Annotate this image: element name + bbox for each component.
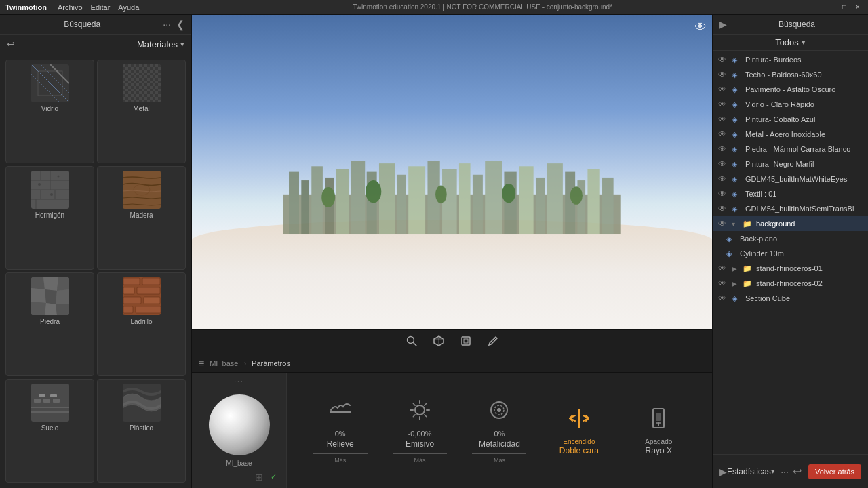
scene-item-pintura-negro[interactable]: 👁 ◈ Pintura- Negro Marfil	[713, 157, 868, 171]
plastico-icon	[123, 384, 161, 422]
scene-item-metal-acero[interactable]: 👁 ◈ Metal - Acero Inoxidable	[713, 127, 868, 142]
scene-item-stand-02[interactable]: 👁 ▶ 📁 stand-rhinoceros-02	[713, 276, 868, 291]
item-name: Pintura- Burdeos	[745, 56, 863, 64]
scene-item-vidrio-claro[interactable]: 👁 ◈ Vidrio - Claro Rápido	[713, 97, 868, 112]
menu-ayuda[interactable]: Ayuda	[118, 3, 139, 12]
undo-button[interactable]: ↩	[789, 464, 806, 479]
prop-doble-cara[interactable]: Encendido Doble cara	[545, 406, 613, 455]
relieve-more-button[interactable]: Más	[334, 457, 346, 464]
viewport-background: 👁	[192, 15, 712, 329]
doble-cara-label: Doble cara	[559, 446, 599, 455]
material-preview: ··· MI_base ✓ ⊞	[192, 373, 287, 488]
scene-item-back-plano[interactable]: ◈ Back-plano	[713, 231, 868, 246]
relieve-bar	[313, 453, 368, 454]
material-hormigon[interactable]: Hormigón	[5, 166, 94, 270]
cube-toolbar-button[interactable]	[429, 333, 448, 352]
viewport-toolbar	[192, 329, 712, 354]
item-name: Pavimento - Asfalto Oscuro	[745, 85, 863, 94]
left-dots-button[interactable]: ···	[163, 19, 171, 30]
material-editor-panel: ··· MI_base ✓ ⊞ 0% Relieve	[192, 373, 712, 488]
scene-item-section-cube[interactable]: 👁 ◈ Section Cube	[713, 291, 868, 306]
metalicidad-icon	[487, 398, 511, 427]
menu-archivo[interactable]: Archivo	[58, 3, 83, 12]
prop-relieve: 0% Relieve Más	[307, 398, 374, 464]
svg-rect-48	[301, 180, 309, 234]
maximize-button[interactable]: □	[840, 3, 849, 12]
material-type-icon: ◈	[732, 70, 743, 79]
scene-item-pavimento[interactable]: 👁 ◈ Pavimento - Asfalto Oscuro	[713, 82, 868, 97]
scene-item-textil[interactable]: 👁 ◈ Textil : 01	[713, 186, 868, 201]
material-metal[interactable]: Metal	[97, 60, 186, 163]
svg-rect-49	[311, 166, 323, 234]
scene-item-background[interactable]: 👁 ▾ 📁 background	[713, 216, 868, 231]
svg-rect-65	[547, 163, 562, 234]
svg-rect-62	[504, 172, 516, 234]
vis-icon: 👁	[718, 115, 729, 124]
frame-toolbar-button[interactable]	[456, 333, 475, 352]
prop-rayo-x[interactable]: Apagado Rayo X	[625, 406, 692, 455]
item-name: GDLM45_builtInMatWhiteEyes	[745, 175, 863, 183]
material-vidrio[interactable]: Vidrio	[5, 60, 94, 163]
svg-point-70	[321, 187, 335, 207]
svg-rect-35	[123, 306, 133, 313]
material-type-icon: ◈	[732, 190, 743, 199]
material-madera[interactable]: Madera	[97, 166, 186, 270]
vis-icon: 👁	[718, 144, 729, 154]
scene-item-pintura-burdeos[interactable]: 👁 ◈ Pintura- Burdeos	[713, 52, 868, 67]
left-collapse-button[interactable]: ❮	[176, 19, 184, 30]
material-type-icon: ◈	[732, 85, 743, 94]
material-ladrillo[interactable]: Ladrillo	[97, 272, 186, 376]
right-filter-chevron-icon[interactable]: ▾	[802, 38, 806, 47]
svg-line-89	[413, 403, 415, 405]
minimize-button[interactable]: −	[826, 3, 835, 12]
emisivo-more-button[interactable]: Más	[414, 457, 426, 464]
vis-icon: 👁	[718, 189, 729, 199]
vis-icon: 👁	[718, 293, 729, 303]
folder-type-icon: 📁	[743, 220, 753, 228]
scene-item-piedra-marmol[interactable]: 👁 ◈ Piedra - Mármol Carrara Blanco	[713, 142, 868, 157]
material-plastico[interactable]: Plástico	[97, 379, 186, 483]
materials-back-button[interactable]: ↩	[7, 39, 15, 49]
stats-play-button[interactable]: ▶	[719, 466, 727, 477]
scene-item-stand-01[interactable]: 👁 ▶ 📁 stand-rhinoceros-01	[713, 261, 868, 276]
material-piedra[interactable]: Piedra	[5, 272, 94, 376]
ladrillo-icon	[123, 277, 161, 315]
scene-item-techo-baldosa[interactable]: 👁 ◈ Techo - Baldosa-60x60	[713, 67, 868, 82]
right-search-header: ▶ Búsqueda	[713, 15, 868, 35]
scene-item-gdlm45[interactable]: 👁 ◈ GDLM45_builtInMatWhiteEyes	[713, 171, 868, 186]
close-button[interactable]: ×	[853, 3, 863, 12]
vis-icon: 👁	[718, 219, 729, 228]
svg-line-76	[413, 342, 416, 346]
preview-confirm-icon[interactable]: ✓	[271, 472, 277, 481]
preview-grid-icon[interactable]: ⊞	[255, 472, 263, 483]
item-name: GDLM54_builtInMatSemiTransBl	[745, 205, 863, 213]
svg-rect-42	[53, 399, 60, 403]
stats-dots-button[interactable]: ···	[781, 466, 789, 477]
material-type-icon: ◈	[726, 235, 737, 243]
item-name: stand-rhinoceros-02	[756, 279, 863, 287]
relieve-icon	[328, 398, 353, 427]
volver-atras-button[interactable]: Volver atrás	[808, 464, 861, 479]
pen-toolbar-button[interactable]	[484, 333, 502, 352]
material-type-icon: ◈	[732, 205, 743, 214]
material-suelo[interactable]: Suelo	[5, 379, 94, 483]
scene-item-pintura-cobalto[interactable]: 👁 ◈ Pintura- Cobalto Azul	[713, 112, 868, 127]
breadcrumb-menu-icon[interactable]: ≡	[199, 358, 204, 369]
metalicidad-more-button[interactable]: Más	[494, 457, 505, 464]
stats-chevron-icon[interactable]: ▾	[771, 467, 775, 476]
vis-icon: 👁	[718, 264, 729, 273]
menu-editar[interactable]: Editar	[91, 3, 111, 12]
materials-chevron-icon: ▾	[180, 40, 184, 49]
eye-visibility-button[interactable]: 👁	[694, 20, 707, 35]
materials-header: ↩ Materiales ▾	[0, 35, 191, 54]
scene-item-gdlm54[interactable]: 👁 ◈ GDLM54_builtInMatSemiTransBl	[713, 201, 868, 216]
stats-label: Estadísticas	[727, 467, 771, 476]
right-play-button[interactable]: ▶	[719, 19, 727, 30]
scene-item-cylinder[interactable]: ◈ Cylinder 10m	[713, 246, 868, 261]
svg-point-84	[415, 405, 425, 415]
relieve-label: Relieve	[327, 439, 354, 449]
search-toolbar-button[interactable]	[402, 333, 421, 352]
breadcrumb-mi-base[interactable]: MI_base	[210, 359, 238, 367]
right-filter-header: Todos ▾	[713, 35, 868, 51]
preview-dots[interactable]: ···	[234, 378, 243, 385]
